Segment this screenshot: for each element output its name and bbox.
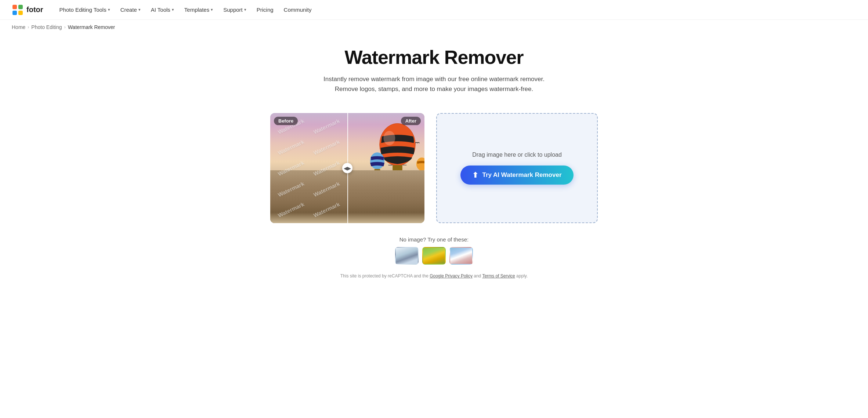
breadcrumb-photo-editing[interactable]: Photo Editing	[31, 24, 62, 30]
hero-section: Watermark Remover Instantly remove water…	[0, 34, 868, 103]
recaptcha-and: and	[474, 273, 481, 279]
arrow-icon: ◀▶	[344, 166, 351, 171]
svg-rect-15	[419, 170, 424, 173]
fotor-logo-icon	[12, 4, 23, 16]
before-after-demo: Watermark Watermark Watermark Watermark …	[270, 113, 424, 223]
svg-rect-8	[393, 165, 402, 171]
page-title: Watermark Remover	[9, 46, 859, 68]
privacy-policy-link[interactable]: Google Privacy Policy	[430, 273, 473, 279]
breadcrumb-current: Watermark Remover	[68, 24, 115, 30]
watermark-text: Watermark	[277, 159, 305, 177]
svg-point-7	[383, 131, 395, 145]
watermark-text: Watermark	[312, 139, 341, 156]
breadcrumb-separator-2: ›	[64, 25, 66, 30]
nav-templates[interactable]: Templates ▾	[180, 4, 217, 15]
nav-photo-editing[interactable]: Photo Editing Tools ▾	[55, 4, 115, 15]
samples-row	[9, 247, 859, 265]
upload-btn-label: Try AI Watermark Remover	[482, 171, 561, 179]
watermark-text: Watermark	[312, 159, 341, 177]
nav-support[interactable]: Support ▾	[219, 4, 251, 15]
watermark-text: Watermark	[312, 118, 341, 135]
upload-drag-text: Drag image here or click to upload	[472, 152, 562, 158]
recaptcha-text: This site is protected by reCAPTCHA and …	[340, 273, 428, 279]
chevron-down-icon: ▾	[211, 7, 213, 12]
hero-subtitle: Instantly remove watermark from image wi…	[320, 74, 548, 94]
watermark-text: Watermark	[277, 201, 305, 219]
chevron-down-icon: ▾	[172, 7, 174, 12]
watermark-text: Watermark	[277, 139, 305, 156]
sample-image-yellow-car-field[interactable]	[422, 247, 446, 265]
watermark-text: Watermark	[312, 201, 341, 219]
svg-rect-2	[18, 5, 23, 9]
breadcrumb: Home › Photo Editing › Watermark Remover	[0, 20, 868, 34]
sample-image-mountain-car[interactable]	[395, 247, 419, 265]
logo-text: fotor	[26, 6, 43, 14]
main-content: Watermark Watermark Watermark Watermark …	[177, 103, 691, 233]
breadcrumb-separator-1: ›	[28, 25, 29, 30]
svg-point-12	[370, 153, 384, 170]
svg-rect-13	[375, 169, 380, 173]
terms-of-service-link[interactable]: Terms of Service	[482, 273, 515, 279]
chevron-down-icon: ▾	[138, 7, 141, 12]
nav-links: Photo Editing Tools ▾ Create ▾ AI Tools …	[55, 4, 856, 15]
logo-link[interactable]: fotor	[12, 4, 43, 16]
samples-label: No image? Try one of these:	[9, 236, 859, 243]
nav-community[interactable]: Community	[279, 4, 316, 15]
nav-create[interactable]: Create ▾	[116, 4, 145, 15]
svg-point-14	[416, 158, 424, 171]
watermark-overlay: Watermark Watermark Watermark Watermark …	[270, 113, 347, 223]
svg-rect-4	[18, 11, 23, 15]
navbar: fotor Photo Editing Tools ▾ Create ▾ AI …	[0, 0, 868, 20]
recaptcha-notice: This site is protected by reCAPTCHA and …	[0, 270, 868, 287]
before-label: Before	[274, 117, 298, 125]
svg-rect-1	[12, 5, 17, 9]
balloon-illustration	[355, 119, 424, 190]
upload-panel: Drag image here or click to upload ⬆ Try…	[436, 113, 598, 223]
chevron-down-icon: ▾	[108, 7, 110, 12]
samples-section: No image? Try one of these:	[0, 233, 868, 270]
recaptcha-apply: apply.	[516, 273, 528, 279]
svg-rect-3	[12, 11, 17, 15]
try-ai-remover-button[interactable]: ⬆ Try AI Watermark Remover	[460, 166, 573, 185]
chevron-down-icon: ▾	[244, 7, 246, 12]
nav-ai-tools[interactable]: AI Tools ▾	[147, 4, 178, 15]
divider-handle[interactable]: ◀▶	[342, 163, 352, 173]
watermark-text: Watermark	[277, 180, 305, 198]
breadcrumb-home[interactable]: Home	[12, 24, 25, 30]
upload-icon: ⬆	[472, 171, 478, 179]
nav-pricing[interactable]: Pricing	[252, 4, 278, 15]
sample-image-skier[interactable]	[449, 247, 473, 265]
watermark-text: Watermark	[312, 180, 341, 198]
after-label: After	[401, 117, 421, 125]
